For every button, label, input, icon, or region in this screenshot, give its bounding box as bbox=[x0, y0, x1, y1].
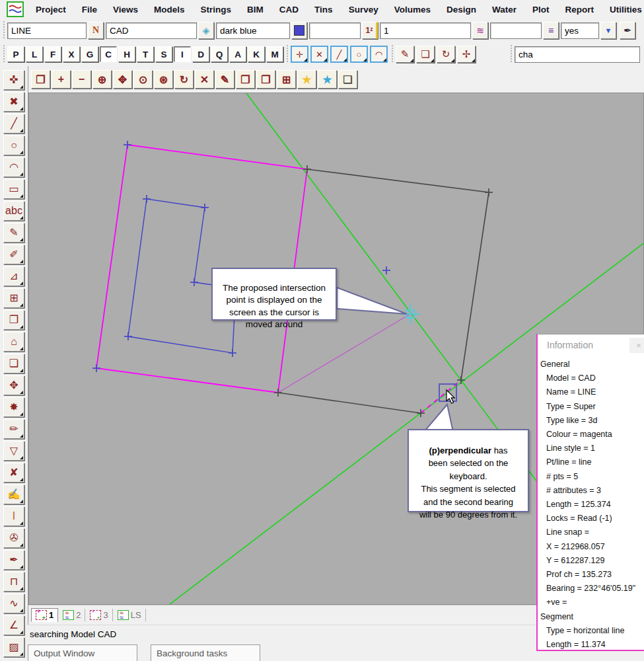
eyedropper-button[interactable]: ✒ bbox=[620, 22, 635, 39]
view-save-icon[interactable]: ❐ bbox=[31, 70, 50, 89]
name-picker-button[interactable]: N bbox=[88, 22, 104, 39]
plot-frame-icon[interactable]: ▨ bbox=[3, 637, 24, 657]
insert-image-icon[interactable]: ❏ bbox=[3, 354, 24, 373]
background-tasks-button[interactable]: Background tasks bbox=[151, 644, 260, 661]
favourite-star-icon[interactable]: ★ bbox=[297, 70, 316, 89]
cad-toggle-g[interactable]: G bbox=[81, 46, 98, 62]
view-tab-1[interactable]: 1 bbox=[31, 608, 58, 622]
edit-notes-icon[interactable]: ✒ bbox=[3, 550, 24, 570]
close-icon[interactable]: × bbox=[629, 338, 644, 353]
z-ruler-button[interactable]: 1ᶻ bbox=[362, 22, 378, 39]
print-icon[interactable]: ❒ bbox=[236, 70, 255, 89]
menu-views[interactable]: Views bbox=[105, 3, 146, 17]
menu-tins[interactable]: Tins bbox=[306, 3, 341, 17]
tin-input[interactable] bbox=[309, 22, 361, 39]
menu-file[interactable]: File bbox=[74, 3, 105, 17]
cad-fan-icon[interactable]: ✢ bbox=[457, 46, 476, 63]
draw-wave-icon[interactable]: ∿ bbox=[3, 594, 24, 613]
menu-plot[interactable]: Plot bbox=[524, 3, 557, 17]
paint-brush-icon[interactable]: ✎ bbox=[3, 223, 24, 243]
wave-picker-icon[interactable]: ≋ bbox=[472, 22, 488, 39]
zoom-out-icon[interactable]: − bbox=[72, 70, 91, 89]
create-point-icon[interactable]: ✐ bbox=[3, 245, 24, 264]
delete-view-icon[interactable]: ✕ bbox=[195, 70, 214, 89]
zoom-in-icon[interactable]: + bbox=[52, 70, 71, 89]
cad-toggle-a[interactable]: A bbox=[229, 46, 246, 62]
toolbar-grip[interactable] bbox=[391, 45, 394, 63]
choice-dropdown-button[interactable]: ▼ bbox=[600, 22, 616, 39]
menu-report[interactable]: Report bbox=[557, 3, 602, 17]
choice-input[interactable] bbox=[561, 22, 599, 39]
snap-line-icon[interactable]: ╱ bbox=[330, 46, 348, 63]
colour-swatch-button[interactable] bbox=[291, 22, 307, 39]
snap-arc-icon[interactable]: ◠ bbox=[370, 46, 388, 63]
pan-hand-icon[interactable]: ✥ bbox=[113, 70, 132, 89]
survey-instrument-icon[interactable]: ✇ bbox=[3, 528, 24, 548]
zoom-previous-icon[interactable]: ↻ bbox=[174, 70, 194, 89]
menu-volumes[interactable]: Volumes bbox=[386, 3, 439, 17]
menu-cad[interactable]: CAD bbox=[271, 3, 306, 17]
model-picker-icon[interactable]: ◈ bbox=[198, 22, 214, 39]
menu-water[interactable]: Water bbox=[484, 3, 524, 17]
create-polygon-icon[interactable]: ⌂ bbox=[3, 332, 24, 352]
window-layout-icon[interactable]: ❏ bbox=[338, 70, 357, 89]
cad-toggle-d[interactable]: D bbox=[192, 46, 209, 62]
cad-toggle-i[interactable]: I bbox=[174, 46, 191, 62]
cad-toggle-k[interactable]: K bbox=[248, 46, 265, 62]
cad-pencil-icon[interactable]: ✎ bbox=[396, 46, 414, 63]
snap-cross-icon[interactable]: ✕ bbox=[310, 46, 328, 63]
toolbar-grip[interactable] bbox=[510, 45, 513, 63]
zoom-window-icon[interactable]: ⊙ bbox=[133, 70, 153, 89]
zoom-all-icon[interactable]: ⊛ bbox=[154, 70, 173, 89]
cad-page-icon[interactable]: ❏ bbox=[416, 46, 435, 63]
create-arc-icon[interactable]: ◠ bbox=[3, 157, 24, 177]
create-circle-icon[interactable]: ○ bbox=[3, 136, 24, 155]
view-tab-3[interactable]: 3 bbox=[86, 609, 112, 621]
delete-cross-icon[interactable]: ✖ bbox=[3, 92, 24, 112]
cad-toggle-f[interactable]: F bbox=[44, 46, 61, 62]
zoom-extents-icon[interactable]: ⊕ bbox=[92, 70, 112, 89]
snap-circle-icon[interactable]: ○ bbox=[350, 46, 368, 63]
cad-toggle-s[interactable]: S bbox=[155, 46, 172, 62]
menu-survey[interactable]: Survey bbox=[341, 3, 386, 17]
toolbar-grip[interactable] bbox=[3, 21, 6, 40]
view-tab-2[interactable]: 2 bbox=[59, 609, 85, 621]
menu-strings[interactable]: Strings bbox=[193, 3, 240, 17]
create-text-icon[interactable]: abc bbox=[3, 201, 24, 221]
create-line-icon[interactable]: ╱ bbox=[3, 114, 24, 134]
colour-pencil-icon[interactable]: ✏ bbox=[3, 419, 24, 439]
menu-utilities[interactable]: Utilities bbox=[602, 3, 644, 17]
redraw-brush-icon[interactable]: ✎ bbox=[215, 70, 234, 89]
snap-point-icon[interactable]: ✛ bbox=[291, 46, 308, 63]
menu-design[interactable]: Design bbox=[439, 3, 484, 17]
cad-toggle-l[interactable]: L bbox=[26, 46, 43, 62]
cad-toggle-p[interactable]: P bbox=[7, 46, 24, 62]
model-input[interactable] bbox=[106, 22, 197, 39]
delete-small-icon[interactable]: ✘ bbox=[3, 463, 24, 483]
gate-fence-icon[interactable]: ⊓ bbox=[3, 572, 24, 592]
move-element-icon[interactable]: ✥ bbox=[3, 375, 24, 395]
colour-input[interactable] bbox=[216, 22, 290, 39]
cad-toggle-q[interactable]: Q bbox=[211, 46, 228, 62]
cad-text-input[interactable] bbox=[515, 46, 640, 63]
name-input[interactable] bbox=[7, 22, 87, 39]
field6-input[interactable] bbox=[490, 22, 542, 39]
create-rectangle-icon[interactable]: ▭ bbox=[3, 179, 24, 199]
copy-view-icon[interactable]: ❐ bbox=[256, 70, 275, 89]
clip-polygon-icon[interactable]: ▽ bbox=[3, 441, 24, 461]
cad-toggle-c[interactable]: C bbox=[100, 46, 117, 62]
menu-models[interactable]: Models bbox=[146, 3, 193, 17]
grid-table-icon[interactable]: ⊞ bbox=[3, 288, 24, 308]
angle-corner-icon[interactable]: ∠ bbox=[3, 615, 24, 635]
translate-point-icon[interactable]: ✜ bbox=[3, 70, 24, 90]
toolbar-grip[interactable] bbox=[286, 45, 289, 63]
output-window-button[interactable]: Output Window bbox=[28, 644, 137, 661]
cad-toggle-x[interactable]: X bbox=[63, 46, 80, 62]
rotate-point-icon[interactable]: ✸ bbox=[3, 397, 24, 417]
grid-view-icon[interactable]: ⊞ bbox=[277, 70, 296, 89]
cad-toggle-h[interactable]: H bbox=[118, 46, 135, 62]
view-tab-ls[interactable]: LS bbox=[114, 609, 146, 621]
freehand-draw-icon[interactable]: ✍ bbox=[3, 485, 24, 504]
cad-recalc-icon[interactable]: ↻ bbox=[437, 46, 455, 63]
cad-toggle-m[interactable]: M bbox=[266, 46, 283, 62]
